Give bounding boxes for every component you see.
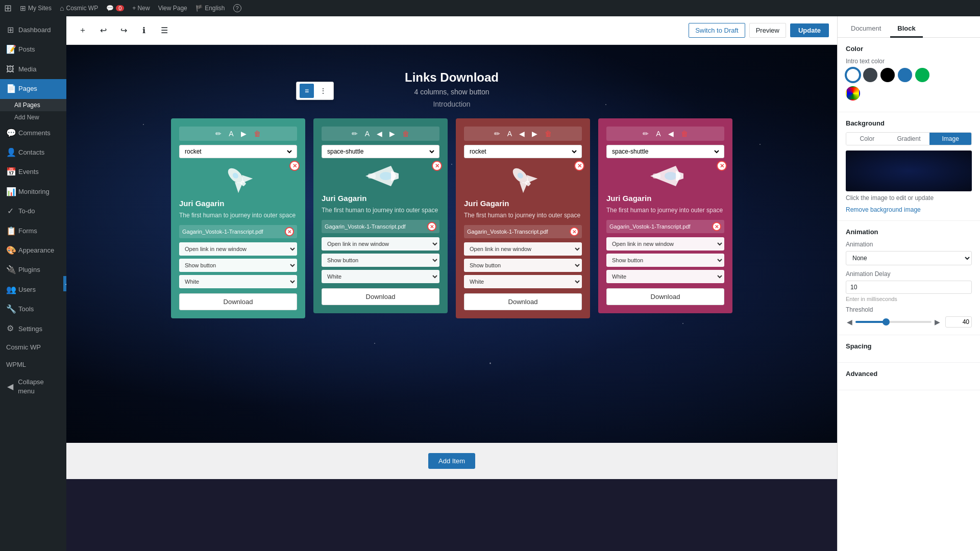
card-3-show-button-dropdown[interactable]: Show button bbox=[464, 259, 582, 272]
sidebar-item-media[interactable]: 🖼 Media bbox=[0, 60, 66, 79]
sidebar-item-posts[interactable]: 📝 Posts bbox=[0, 40, 66, 59]
threshold-slider[interactable] bbox=[855, 321, 932, 323]
card-2-icon-select[interactable]: space-shuttle rocket star bbox=[322, 145, 439, 158]
card-4-link-target-dropdown[interactable]: Open link in new window bbox=[606, 237, 724, 251]
bg-tab-gradient[interactable]: Gradient bbox=[888, 133, 930, 145]
card-3-download-button[interactable]: Download bbox=[464, 293, 582, 310]
threshold-value-input[interactable] bbox=[945, 316, 972, 328]
add-item-button[interactable]: Add Item bbox=[428, 453, 475, 469]
sidebar-item-dashboard[interactable]: ⊞ Dashboard bbox=[0, 20, 66, 40]
remove-bg-link[interactable]: Remove background image bbox=[846, 206, 921, 213]
card-4-button-color-dropdown[interactable]: White bbox=[606, 270, 724, 283]
sidebar-collapse-btn[interactable]: ◀ bbox=[63, 276, 66, 291]
card-2-prev-btn[interactable]: ◀ bbox=[375, 129, 384, 139]
sidebar-item-plugins[interactable]: 🔌 Plugins bbox=[0, 260, 66, 280]
block-options-button[interactable]: ⋮ bbox=[316, 84, 330, 98]
card-2-link-target-dropdown[interactable]: Open link in new window bbox=[322, 237, 439, 251]
card-1-next-btn[interactable]: ▶ bbox=[239, 129, 249, 139]
card-3-button-color-dropdown[interactable]: White bbox=[464, 275, 582, 288]
card-4-delete-btn[interactable]: 🗑 bbox=[679, 129, 690, 139]
animation-select[interactable]: None Fade In Slide Up Bounce bbox=[846, 251, 972, 265]
card-2-next-btn[interactable]: ▶ bbox=[387, 129, 397, 139]
sidebar-item-pages[interactable]: 📄 Pages bbox=[0, 79, 66, 98]
sidebar-item-tools[interactable]: 🔧 Tools bbox=[0, 299, 66, 319]
redo-button[interactable]: ↪ bbox=[115, 22, 132, 39]
sidebar-item-users[interactable]: 👥 Users bbox=[0, 280, 66, 299]
info-button[interactable]: ℹ bbox=[136, 22, 152, 39]
slider-right-arrow[interactable]: ▶ bbox=[934, 318, 941, 326]
swatch-white[interactable] bbox=[846, 68, 860, 82]
sidebar-item-forms[interactable]: 📋 Forms bbox=[0, 221, 66, 241]
card-1-icon-delete-btn[interactable]: ✕ bbox=[289, 161, 300, 171]
sidebar-collapse-menu[interactable]: ◀ Collapse menu bbox=[0, 373, 66, 400]
admin-bar-new[interactable]: + New bbox=[132, 5, 150, 12]
card-1-icon-dropdown[interactable]: rocket space-shuttle star bbox=[183, 147, 293, 156]
block-text-button[interactable]: ≡ bbox=[300, 84, 314, 98]
card-1-text-btn[interactable]: A bbox=[227, 129, 235, 139]
card-3-icon-dropdown[interactable]: rocket space-shuttle bbox=[468, 147, 578, 156]
card-2-button-color-dropdown[interactable]: White bbox=[322, 270, 439, 283]
admin-bar-cosmic[interactable]: ⌂ Cosmic WP bbox=[60, 4, 98, 12]
card-1-button-color-dropdown[interactable]: White Blue Dark bbox=[179, 275, 297, 288]
card-2-show-button-dropdown[interactable]: Show button bbox=[322, 254, 439, 267]
card-3-edit-btn[interactable]: ✏ bbox=[492, 129, 502, 139]
tab-document[interactable]: Document bbox=[844, 20, 888, 38]
card-4-text-btn[interactable]: A bbox=[654, 129, 663, 139]
bg-preview[interactable] bbox=[846, 151, 972, 191]
preview-button[interactable]: Preview bbox=[749, 23, 786, 38]
card-1-download-button[interactable]: Download bbox=[179, 293, 297, 310]
card-3-delete-btn[interactable]: 🗑 bbox=[543, 129, 554, 139]
threshold-thumb[interactable] bbox=[883, 318, 890, 325]
swatch-blue[interactable] bbox=[898, 68, 912, 82]
sidebar-item-comments[interactable]: 💬 Comments bbox=[0, 123, 66, 143]
admin-bar-english[interactable]: 🏴 English bbox=[195, 5, 225, 12]
swatch-gradient[interactable] bbox=[846, 86, 860, 101]
card-2-delete-btn[interactable]: 🗑 bbox=[400, 129, 411, 139]
swatch-dark-gray[interactable] bbox=[863, 68, 877, 82]
card-3-icon-select[interactable]: rocket space-shuttle bbox=[464, 145, 582, 158]
swatch-green[interactable] bbox=[915, 68, 929, 82]
card-4-icon-dropdown[interactable]: space-shuttle rocket bbox=[610, 147, 721, 156]
admin-bar-view-page[interactable]: View Page bbox=[158, 5, 187, 12]
swatch-black[interactable] bbox=[880, 68, 895, 82]
card-3-link-target-dropdown[interactable]: Open link in new window bbox=[464, 242, 582, 256]
card-3-prev-btn[interactable]: ◀ bbox=[517, 129, 527, 139]
card-2-icon-dropdown[interactable]: space-shuttle rocket star bbox=[325, 147, 436, 156]
slider-left-arrow[interactable]: ◀ bbox=[846, 318, 853, 326]
sidebar-item-monitoring[interactable]: 📊 Monitoring bbox=[0, 182, 66, 202]
card-3-file-delete-btn[interactable]: ✕ bbox=[570, 227, 579, 236]
card-1-edit-btn[interactable]: ✏ bbox=[213, 129, 224, 139]
card-2-icon-delete-btn[interactable]: ✕ bbox=[432, 161, 442, 171]
card-4-icon-delete-btn[interactable]: ✕ bbox=[717, 161, 727, 171]
card-4-icon-select[interactable]: space-shuttle rocket bbox=[606, 145, 724, 158]
tab-block[interactable]: Block bbox=[890, 20, 922, 38]
admin-bar-help[interactable]: ? bbox=[233, 4, 241, 12]
sidebar-item-appearance[interactable]: 🎨 Appearance bbox=[0, 241, 66, 260]
sidebar-item-settings[interactable]: ⚙ Settings bbox=[0, 319, 66, 338]
update-button[interactable]: Update bbox=[790, 23, 829, 37]
sidebar-item-cosmic[interactable]: Cosmic WP bbox=[0, 339, 66, 356]
sidebar-item-todo[interactable]: ✓ To-do bbox=[0, 202, 66, 221]
card-3-text-btn[interactable]: A bbox=[505, 129, 514, 139]
card-2-file-delete-btn[interactable]: ✕ bbox=[427, 222, 436, 231]
sidebar-item-add-new[interactable]: Add New bbox=[0, 111, 66, 123]
card-1-show-button-dropdown[interactable]: Show button Hide button bbox=[179, 259, 297, 272]
card-3-icon-delete-btn[interactable]: ✕ bbox=[574, 161, 584, 171]
sidebar-item-wpml[interactable]: WPML bbox=[0, 356, 66, 373]
list-view-button[interactable]: ☰ bbox=[156, 22, 173, 39]
card-4-show-button-dropdown[interactable]: Show button bbox=[606, 254, 724, 267]
undo-button[interactable]: ↩ bbox=[95, 22, 111, 39]
admin-bar-mysites[interactable]: ⊞ My Sites bbox=[20, 4, 52, 12]
add-block-button[interactable]: ＋ bbox=[75, 22, 91, 39]
card-1-file-delete-btn[interactable]: ✕ bbox=[285, 227, 294, 236]
card-1-icon-select[interactable]: rocket space-shuttle star bbox=[179, 145, 297, 158]
card-1-delete-btn[interactable]: 🗑 bbox=[252, 129, 263, 139]
card-4-download-button[interactable]: Download bbox=[606, 288, 724, 305]
bg-tab-image[interactable]: Image bbox=[929, 133, 971, 145]
sidebar-item-contacts[interactable]: 👤 Contacts bbox=[0, 143, 66, 162]
card-1-link-target-dropdown[interactable]: Open link in new window Open link in sam… bbox=[179, 242, 297, 256]
switch-draft-button[interactable]: Switch to Draft bbox=[689, 23, 745, 38]
admin-bar-wp-icon[interactable]: ⊞ bbox=[4, 3, 12, 14]
bg-tab-color[interactable]: Color bbox=[846, 133, 888, 145]
card-4-prev-btn[interactable]: ◀ bbox=[666, 129, 676, 139]
